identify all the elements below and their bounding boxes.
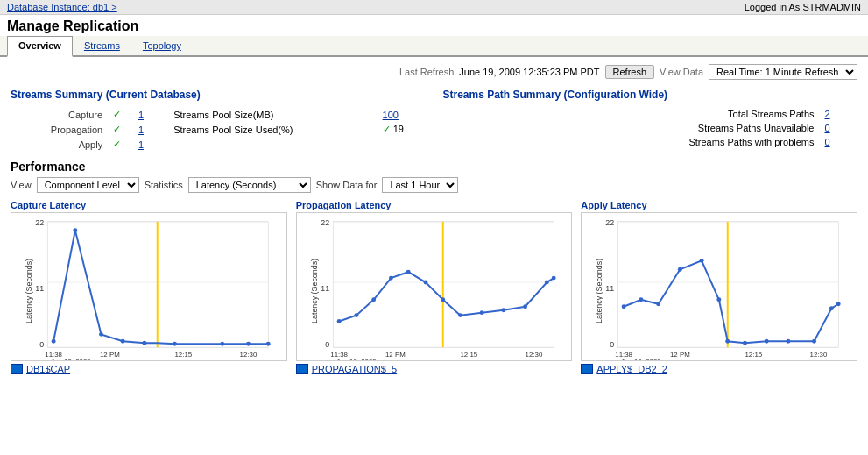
table-row: Propagation ✓ 1 Streams Pool Size Used(%… — [12, 123, 424, 136]
svg-point-13 — [142, 341, 146, 345]
svg-text:12:15: 12:15 — [174, 351, 192, 359]
refresh-bar: Last Refresh June 19, 2009 12:35:23 PM P… — [11, 60, 857, 83]
svg-point-14 — [173, 342, 177, 346]
svg-text:12:30: 12:30 — [240, 351, 258, 359]
svg-point-40 — [479, 310, 483, 315]
svg-text:22: 22 — [321, 218, 329, 227]
svg-point-60 — [639, 297, 644, 302]
svg-text:11: 11 — [35, 284, 44, 293]
summary-section: Streams Summary (Current Database) Captu… — [11, 89, 857, 153]
apply-legend-icon — [581, 364, 593, 374]
svg-text:Jun 19, 2009: Jun 19, 2009 — [621, 358, 661, 360]
capture-chart-title: Capture Latency — [11, 200, 287, 210]
view-data-select[interactable]: Real Time: 1 Minute Refresh — [709, 64, 857, 80]
propagation-value[interactable]: 1 — [135, 123, 154, 136]
propagation-chart-area: 22 11 0 Latency (Seconds) — [296, 212, 573, 361]
refresh-button[interactable]: Refresh — [605, 65, 655, 79]
capture-chart-svg: 22 11 0 Latency (Seconds) — [11, 213, 286, 360]
svg-text:12 PM: 12 PM — [670, 351, 690, 359]
streams-summary-table: Capture ✓ 1 Streams Pool Size(MB) 100 Pr… — [11, 106, 426, 153]
apply-chart-container: Apply Latency 22 11 0 Latency (Seconds) — [581, 200, 857, 374]
tab-overview[interactable]: Overview — [7, 36, 73, 57]
streams-path-title: Streams Path Summary (Configuration Wide… — [443, 89, 858, 101]
apply-check: ✓ — [109, 138, 133, 151]
streams-path-summary-box: Streams Path Summary (Configuration Wide… — [443, 89, 858, 153]
svg-text:22: 22 — [606, 218, 615, 227]
apply-value[interactable]: 1 — [135, 138, 154, 151]
instance-label[interactable]: Database Instance: db1 > — [7, 2, 117, 12]
view-select[interactable]: Component Level — [37, 177, 139, 193]
pool-size-value[interactable]: 100 — [379, 108, 424, 121]
svg-text:11: 11 — [321, 284, 329, 293]
svg-point-59 — [622, 304, 626, 309]
svg-point-64 — [717, 297, 722, 302]
svg-point-12 — [121, 339, 125, 344]
table-row: Apply ✓ 1 — [12, 138, 424, 151]
capture-chart-container: Capture Latency 22 11 0 Latency (Seconds… — [11, 200, 287, 374]
table-row: Capture ✓ 1 Streams Pool Size(MB) 100 — [12, 108, 424, 121]
tab-streams[interactable]: Streams — [73, 36, 131, 55]
capture-check: ✓ — [109, 108, 133, 121]
svg-point-36 — [406, 270, 410, 274]
svg-text:0: 0 — [610, 340, 615, 349]
tab-topology[interactable]: Topology — [131, 36, 193, 55]
capture-legend: DB1$CAP — [11, 364, 287, 374]
paths-problems-value[interactable]: 0 — [822, 136, 857, 148]
svg-text:12:15: 12:15 — [460, 351, 477, 359]
show-data-select[interactable]: Last 1 Hour — [382, 177, 458, 193]
apply-chart-area: 22 11 0 Latency (Seconds) — [581, 212, 857, 361]
svg-text:12:30: 12:30 — [810, 351, 828, 359]
last-refresh-label: Last Refresh — [399, 67, 454, 77]
main-content: Last Refresh June 19, 2009 12:35:23 PM P… — [0, 57, 868, 378]
svg-point-39 — [458, 313, 462, 317]
apply-legend: APPLY$_DB2_2 — [581, 364, 857, 374]
pool-size-label: Streams Pool Size(MB) — [156, 108, 377, 121]
svg-point-37 — [423, 281, 427, 285]
capture-value[interactable]: 1 — [135, 108, 154, 121]
svg-text:11: 11 — [606, 284, 615, 293]
pool-used-label: Streams Pool Size Used(%) — [156, 123, 377, 136]
svg-point-35 — [389, 276, 393, 281]
streams-path-table: Total Streams Paths 2 Streams Paths Unav… — [443, 106, 858, 150]
perf-controls: View Component Level Statistics Latency … — [11, 177, 857, 193]
svg-point-11 — [99, 332, 103, 337]
propagation-legend-link[interactable]: PROPAGATION$_5 — [312, 364, 397, 374]
svg-point-32 — [336, 319, 341, 323]
svg-point-15 — [220, 342, 224, 346]
svg-text:12 PM: 12 PM — [385, 351, 406, 359]
capture-legend-link[interactable]: DB1$CAP — [26, 364, 70, 374]
capture-chart-area: 22 11 0 Latency (Seconds) — [11, 212, 287, 361]
logged-in-label: Logged in As STRMADMIN — [745, 2, 861, 12]
svg-point-10 — [73, 228, 77, 232]
svg-point-42 — [523, 304, 527, 309]
stats-label: Statistics — [145, 180, 183, 190]
svg-point-66 — [743, 341, 747, 345]
table-row: Streams Paths Unavailable 0 — [445, 122, 857, 134]
svg-text:12 PM: 12 PM — [100, 351, 120, 359]
svg-text:Latency (Seconds): Latency (Seconds) — [310, 259, 319, 323]
propagation-legend: PROPAGATION$_5 — [296, 364, 573, 374]
svg-point-62 — [678, 267, 682, 272]
apply-chart-title: Apply Latency — [581, 200, 857, 210]
svg-text:0: 0 — [325, 340, 329, 349]
svg-text:0: 0 — [39, 340, 44, 349]
paths-unavail-value[interactable]: 0 — [822, 122, 857, 134]
svg-point-67 — [765, 339, 769, 344]
svg-text:Latency (Seconds): Latency (Seconds) — [25, 259, 33, 323]
svg-point-71 — [836, 302, 841, 306]
stats-select[interactable]: Latency (Seconds) — [188, 177, 311, 193]
svg-point-69 — [812, 339, 816, 344]
total-paths-value[interactable]: 2 — [822, 108, 857, 120]
propagation-check: ✓ — [109, 123, 133, 136]
propagation-legend-icon — [296, 364, 308, 374]
performance-section: Performance View Component Level Statist… — [11, 160, 857, 374]
paths-unavail-label: Streams Paths Unavailable — [445, 122, 820, 134]
table-row: Streams Paths with problems 0 — [445, 136, 857, 148]
svg-point-34 — [371, 297, 376, 302]
svg-point-38 — [441, 297, 445, 302]
view-data-label: View Data — [660, 67, 703, 77]
svg-text:Latency (Seconds): Latency (Seconds) — [596, 259, 604, 323]
apply-legend-link[interactable]: APPLY$_DB2_2 — [596, 364, 667, 374]
svg-text:22: 22 — [35, 218, 44, 227]
svg-point-61 — [657, 302, 661, 306]
